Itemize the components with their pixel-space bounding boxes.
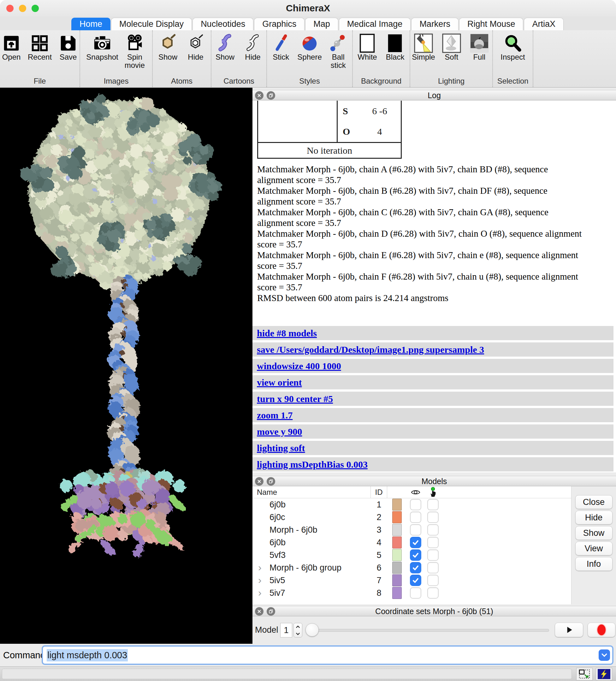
model-row-5iv7-8[interactable]: 5iv7›8 [253,587,616,599]
model-row-morph-6j0b-group-6[interactable]: Morph - 6j0b group›6 [253,561,616,574]
hide-button[interactable]: Hide [241,33,264,61]
log-link-move-y-900[interactable]: move y 900 [257,426,302,437]
chevron-right-icon[interactable]: › [258,574,262,587]
hide-button[interactable]: Hide [575,511,613,525]
model-color-swatch[interactable] [392,536,402,549]
window-resize-icon[interactable] [576,668,593,680]
tab-artiax[interactable]: ArtiaX [524,18,564,30]
recent-button[interactable]: Recent [28,33,52,61]
black-button[interactable]: Black [384,33,407,61]
model-shown-checkbox[interactable] [410,587,421,599]
stick-button[interactable]: Stick [270,33,292,61]
tab-map[interactable]: Map [305,18,338,30]
white-button[interactable]: White [356,33,379,61]
log-link-band: save /Users/goddard/Desktop/image1.png s… [253,343,614,357]
show-button[interactable]: Show [156,33,179,61]
model-select-checkbox[interactable] [427,549,439,561]
log-link-turn-x-90-center-5[interactable]: turn x 90 center #5 [257,394,333,404]
simple-button[interactable]: Simple [412,33,435,61]
model-row-6j0b-1[interactable]: 6j0b1 [253,498,616,511]
log-link-windowsize-400-1000[interactable]: windowsize 400 1000 [257,361,341,372]
tab-graphics[interactable]: Graphics [254,18,305,30]
model-color-swatch[interactable] [392,587,402,599]
ball-stick-button[interactable]: Ball stick [327,33,350,70]
command-history-dropdown[interactable] [599,650,610,661]
show-button[interactable]: Show [214,33,236,61]
command-input[interactable]: light msdepth 0.003 [42,645,614,665]
soft-button[interactable]: Soft [440,33,463,61]
model-color-swatch[interactable] [392,524,402,536]
models-close-icon[interactable] [255,477,263,486]
log-link-lighting-msdepthbias-0-003[interactable]: lighting msDepthBias 0.003 [257,459,368,470]
coordsets-close-icon[interactable] [255,607,263,616]
coordsets-float-icon[interactable] [267,607,275,616]
model-number-field[interactable]: 1 [280,623,292,637]
coordset-slider[interactable] [312,629,549,632]
toolbar-button-label: Hide [245,53,260,61]
tab-molecule-display[interactable]: Molecule Display [111,18,192,30]
model-select-checkbox[interactable] [427,575,439,586]
model-color-swatch[interactable] [392,499,402,511]
model-shown-checkbox[interactable] [410,537,421,548]
coordset-slider-thumb[interactable] [306,623,319,636]
log-link-save-users-goddard-desktop-ima[interactable]: save /Users/goddard/Desktop/image1.png s… [257,344,484,355]
info-button[interactable]: Info [575,557,613,571]
log-link-view-orient[interactable]: view orient [257,377,302,388]
models-float-icon[interactable] [267,477,275,486]
model-select-checkbox[interactable] [427,537,439,548]
model-shown-checkbox[interactable] [410,562,421,573]
graphics-viewport[interactable] [0,88,253,644]
spin-movie-button[interactable]: Spin movie [123,33,146,70]
log-float-icon[interactable] [267,91,275,100]
model-row-6j0c-2[interactable]: 6j0c2 [253,511,616,524]
tab-markers[interactable]: Markers [411,18,459,30]
model-select-checkbox[interactable] [427,587,439,599]
lightning-icon[interactable] [596,668,612,680]
model-number-stepper[interactable] [293,623,302,637]
model-row-6j0b-4[interactable]: 6j0b4 [253,536,616,549]
model-shown-checkbox[interactable] [410,549,421,561]
toolbar-section-label: Background [361,77,402,87]
log-link-lighting-soft[interactable]: lighting soft [257,443,305,453]
model-shown-checkbox[interactable] [410,499,421,510]
ribbon-toolbar: OpenRecentSaveFileSnapshotSpin movieImag… [0,30,616,88]
close-button[interactable]: Close [575,495,613,509]
model-color-swatch[interactable] [392,511,402,523]
hide-button[interactable]: Hide [184,33,207,61]
model-color-swatch[interactable] [392,574,402,586]
inspect-button[interactable]: Inspect [500,33,525,61]
model-select-checkbox[interactable] [427,524,439,535]
tab-right-mouse[interactable]: Right Mouse [459,18,523,30]
log-link-hide-8-models[interactable]: hide #8 models [257,328,317,338]
model-shown-checkbox[interactable] [410,575,421,586]
save-button[interactable]: Save [57,33,79,61]
model-shown-checkbox[interactable] [410,511,421,523]
model-row-morph-6j0b-3[interactable]: Morph - 6j0b3 [253,524,616,536]
chevron-right-icon[interactable]: › [258,561,262,574]
model-row-5iv5-7[interactable]: 5iv5›7 [253,574,616,587]
model-select-checkbox[interactable] [427,499,439,510]
stepper-up-icon[interactable] [294,623,302,630]
view-button[interactable]: View [575,541,613,555]
log-link-zoom-1-7[interactable]: zoom 1.7 [257,410,292,421]
stepper-down-icon[interactable] [294,630,302,637]
model-color-swatch[interactable] [392,549,402,561]
tab-medical-image[interactable]: Medical Image [339,18,411,30]
snapshot-button[interactable]: Snapshot [86,33,118,61]
model-select-checkbox[interactable] [427,511,439,523]
model-color-swatch[interactable] [392,562,402,574]
play-button[interactable] [555,623,583,637]
model-row-5vf3-5[interactable]: 5vf35 [253,549,616,561]
tab-nucleotides[interactable]: Nucleotides [192,18,253,30]
open-button[interactable]: Open [0,33,23,61]
full-button[interactable]: Full [468,33,491,61]
show-button[interactable]: Show [575,526,613,540]
tab-home[interactable]: Home [71,18,110,30]
log-close-icon[interactable] [255,91,263,100]
chevron-right-icon[interactable]: › [258,587,262,599]
model-select-checkbox[interactable] [427,562,439,573]
log-content[interactable]: S6 -6O4No iteration Matchmaker Morph - 6… [253,101,616,472]
record-button[interactable] [588,623,615,637]
model-shown-checkbox[interactable] [410,524,421,535]
sphere-button[interactable]: Sphere [297,33,322,61]
